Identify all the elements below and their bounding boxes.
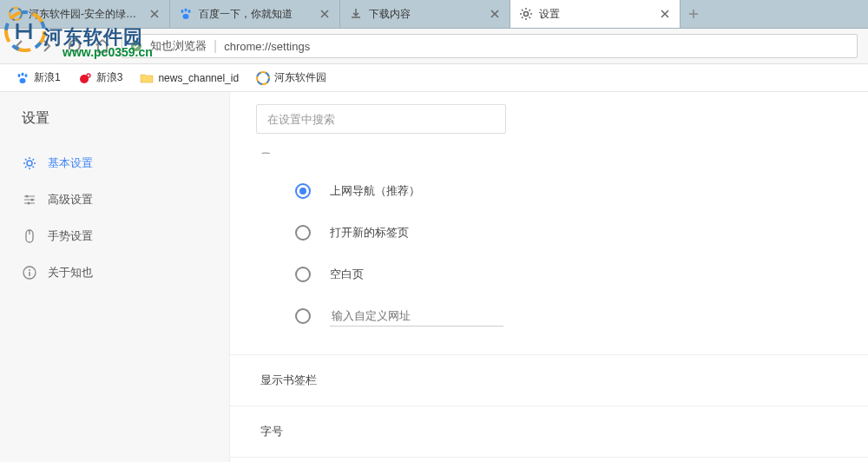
- bookmark-label: 新浪1: [34, 70, 61, 85]
- bookmark-label: 河东软件园: [274, 70, 326, 85]
- settings-layout: 设置 基本设置 高级设置 手势设置 关于知也 ▢ ............ 上: [0, 92, 868, 462]
- sidebar-item-gesture[interactable]: 手势设置: [0, 218, 229, 254]
- close-icon[interactable]: [659, 8, 671, 20]
- lock-icon: [129, 39, 143, 53]
- svg-point-4: [181, 10, 184, 13]
- address-url: chrome://settings: [224, 40, 310, 53]
- tab-settings[interactable]: 设置: [510, 0, 681, 28]
- sidebar-item-label: 手势设置: [48, 228, 93, 244]
- radio-nav-recommended[interactable]: 上网导航（推荐）: [295, 170, 868, 212]
- svg-point-21: [28, 202, 30, 205]
- bookmark-news-channel[interactable]: news_channel_id: [133, 69, 246, 88]
- info-icon: [22, 265, 37, 280]
- radio-label: 打开新的标签页: [330, 225, 409, 241]
- svg-point-13: [20, 78, 26, 83]
- address-separator: |: [214, 38, 217, 54]
- radio-new-tab[interactable]: 打开新的标签页: [295, 212, 868, 254]
- bookmark-bar: 新浪1 新浪3 news_channel_id 河东软件园: [0, 64, 868, 92]
- back-button[interactable]: [10, 37, 28, 55]
- svg-point-18: [27, 161, 32, 166]
- weibo-icon: [78, 71, 92, 85]
- settings-search-input[interactable]: [256, 104, 506, 134]
- close-icon[interactable]: [148, 8, 161, 20]
- radio-blank[interactable]: 空白页: [295, 254, 868, 295]
- hedong-icon: [256, 71, 270, 85]
- sidebar-item-about[interactable]: 关于知也: [0, 254, 229, 291]
- address-bar: 知也浏览器 | chrome://settings: [0, 29, 868, 64]
- home-button[interactable]: [94, 37, 111, 55]
- tab-title: 百度一下，你就知道: [199, 7, 313, 22]
- download-icon: [349, 7, 363, 21]
- gear-icon: [519, 7, 533, 21]
- radio-custom-url[interactable]: [295, 295, 868, 337]
- new-tab-button[interactable]: [681, 0, 707, 28]
- tab-title: 河东软件园-安全的绿色软: [29, 7, 143, 22]
- sidebar-item-label: 基本设置: [48, 155, 93, 171]
- hedong-icon: [9, 7, 23, 21]
- tab-title: 下载内容: [369, 7, 483, 22]
- search-wrap: [230, 92, 868, 134]
- svg-point-10: [18, 74, 21, 77]
- svg-point-19: [26, 195, 29, 198]
- section-custom-font[interactable]: 自定义字体: [230, 457, 868, 462]
- tab-title: 设置: [539, 7, 654, 22]
- svg-point-17: [257, 72, 269, 84]
- svg-point-25: [29, 269, 30, 271]
- bookmark-hedong[interactable]: 河东软件园: [249, 68, 333, 88]
- svg-point-15: [87, 74, 90, 77]
- tab-hedong[interactable]: 河东软件园-安全的绿色软: [0, 0, 170, 28]
- svg-point-11: [22, 72, 24, 76]
- tab-downloads[interactable]: 下载内容: [340, 0, 510, 28]
- tab-baidu[interactable]: 百度一下，你就知道: [170, 0, 340, 28]
- svg-point-7: [183, 14, 189, 19]
- baidu-icon: [179, 7, 193, 21]
- svg-point-20: [31, 199, 34, 201]
- reload-button[interactable]: [66, 37, 83, 55]
- sliders-icon: [22, 192, 37, 208]
- radio-button[interactable]: [295, 183, 311, 199]
- radio-button[interactable]: [295, 308, 311, 324]
- svg-point-12: [25, 74, 28, 77]
- settings-sidebar: 设置 基本设置 高级设置 手势设置 关于知也: [0, 92, 230, 462]
- radio-button[interactable]: [295, 267, 311, 282]
- bookmark-sina1[interactable]: 新浪1: [9, 68, 68, 88]
- bookmark-sina3[interactable]: 新浪3: [71, 68, 130, 88]
- svg-point-6: [188, 10, 191, 13]
- svg-point-3: [10, 8, 22, 20]
- section-font-size[interactable]: 字号: [230, 406, 868, 457]
- baidu-icon: [16, 71, 30, 85]
- section-show-bookmarks[interactable]: 显示书签栏: [230, 354, 868, 406]
- svg-point-5: [185, 9, 187, 12]
- sidebar-item-label: 高级设置: [48, 192, 93, 208]
- folder-icon: [140, 71, 154, 85]
- startup-radio-group: 上网导航（推荐） 打开新的标签页 空白页: [230, 155, 868, 354]
- gear-icon: [22, 155, 37, 171]
- sidebar-item-advanced[interactable]: 高级设置: [0, 182, 229, 218]
- address-input[interactable]: 知也浏览器 | chrome://settings: [122, 34, 858, 58]
- sidebar-title: 设置: [0, 92, 229, 145]
- sidebar-item-basic[interactable]: 基本设置: [0, 145, 229, 182]
- address-security-label: 知也浏览器: [150, 38, 207, 54]
- close-icon[interactable]: [489, 8, 501, 20]
- svg-point-8: [524, 12, 529, 16]
- sidebar-item-label: 关于知也: [48, 265, 93, 280]
- settings-main: ▢ ............ 上网导航（推荐） 打开新的标签页 空白页 显示书签…: [230, 92, 868, 462]
- close-icon[interactable]: [319, 8, 331, 20]
- radio-label: 空白页: [330, 267, 364, 282]
- tab-bar: 河东软件园-安全的绿色软 百度一下，你就知道 下载内容 设置: [0, 0, 868, 29]
- bookmark-label: 新浪3: [96, 70, 123, 85]
- custom-url-input[interactable]: [330, 306, 503, 327]
- bookmark-label: news_channel_id: [158, 72, 239, 84]
- mouse-icon: [22, 228, 37, 244]
- radio-label: 上网导航（推荐）: [330, 183, 420, 199]
- radio-button[interactable]: [295, 225, 311, 241]
- forward-button[interactable]: [38, 37, 56, 55]
